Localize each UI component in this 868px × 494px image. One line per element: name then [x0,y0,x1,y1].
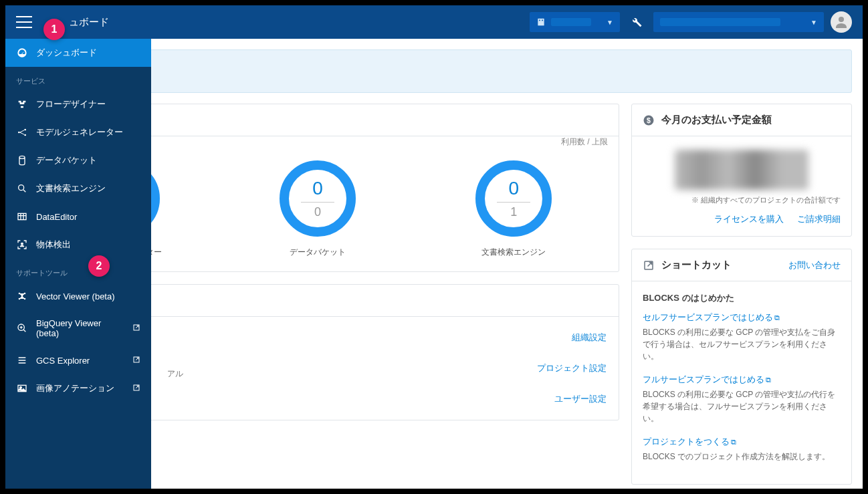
svg-point-16 [21,243,23,245]
shortcuts-card: ショートカット お問い合わせ BLOCKS のはじめかた セルフサービスプランで… [631,249,852,485]
svg-point-12 [24,129,26,131]
billing-detail-link[interactable]: ご請求明細 [797,213,841,225]
sidebar-label: モデルジェネレーター [36,126,123,138]
svg-rect-1 [539,20,540,21]
sidebar-item-vector-viewer[interactable]: Vector Viewer (beta) [5,282,151,310]
shortcuts-heading: BLOCKS のはじめかた [643,292,841,304]
org-selector[interactable]: ▼ [530,12,620,32]
external-icon: ⧉ [731,438,736,446]
sidebar-item-data-bucket[interactable]: データバケット [5,146,151,174]
sidebar-label: ダッシュボード [36,47,97,59]
external-link-icon [132,384,140,394]
topbar: ュボード ▼ ▼ [5,5,863,39]
shortcut-link-full[interactable]: フルサービスプランではじめる⧉ [643,374,771,384]
building-icon [536,17,546,27]
chevron-down-icon: ▼ [607,19,613,26]
sidebar-label: フローデザイナー [36,98,106,110]
bucket-icon [16,154,28,166]
avatar[interactable] [831,11,852,33]
sidebar-item-flow-designer[interactable]: フローデザイナー [5,90,151,118]
callout-2: 2 [88,255,110,277]
sidebar-label: BigQuery Viewer (beta) [36,318,124,338]
svg-point-11 [18,132,20,134]
svg-text:$: $ [647,116,651,124]
usage-item: 00 データバケット [278,158,358,258]
svg-point-13 [24,134,26,136]
list-icon [16,354,28,366]
dollar-icon: $ [643,114,655,126]
sidebar-section-support: サポートツール [5,259,151,282]
chevron-down-icon: ▼ [810,19,817,26]
usage-item: 01 文書検索エンジン [473,158,554,258]
sidebar-label: 画像アノテーション [36,382,114,394]
external-link-icon [132,356,140,366]
shortcut-item: セルフサービスプランではじめる⧉ BLOCKS の利用に必要な GCP の管理や… [643,311,841,362]
sidebar-item-data-editor[interactable]: DataEditor [5,203,151,231]
sidebar-item-dashboard[interactable]: ダッシュボード [5,39,151,67]
detect-icon [16,239,28,251]
project-selector[interactable]: ▼ [653,12,824,32]
external-icon: ⧉ [774,314,780,322]
vector-icon [16,290,28,302]
sidebar-label: 文書検索エンジン [36,182,106,195]
sidebar-item-gcs-explorer[interactable]: GCS Explorer [5,346,151,374]
sidebar-item-object-detection[interactable]: 物体検出 [5,231,151,259]
payment-note: ※ 組織内すべてのプロジェクトの合計額です [643,195,841,205]
svg-rect-2 [542,20,543,21]
external-icon: ⧉ [766,376,771,384]
menu-icon[interactable] [16,16,32,28]
payment-card: $ 今月のお支払い予定金額 ※ 組織内すべてのプロジェクトの合計額です ライセン… [631,104,852,237]
contact-link[interactable]: お問い合わせ [788,259,841,271]
sidebar-item-image-annotation[interactable]: 画像アノテーション [5,374,151,402]
external-link-icon [132,324,140,334]
image-icon [16,382,28,394]
tools-button[interactable] [627,12,647,32]
search-doc-icon [16,182,28,195]
shortcut-item: フルサービスプランではじめる⧉ BLOCKS の利用に必要な GCP の管理や支… [643,373,841,424]
shortcut-link-project[interactable]: プロジェクトをつくる⧉ [643,437,736,447]
dashboard-icon [16,47,28,59]
svg-point-14 [19,185,24,191]
sidebar-item-document-search[interactable]: 文書検索エンジン [5,174,151,203]
shortcut-link-self[interactable]: セルフサービスプランではじめる⧉ [643,312,780,322]
sidebar-label: データバケット [36,154,97,166]
callout-1: 1 [43,19,65,40]
project-name-redacted [660,18,780,26]
wrench-icon [631,16,643,28]
sidebar-label: GCS Explorer [36,356,90,366]
bigquery-icon [16,322,28,334]
external-link-icon [643,259,655,271]
payment-amount-redacted [675,150,808,190]
sidebar: ダッシュボード サービス フローデザイナー モデルジェネレーター データバケット… [5,39,151,489]
buy-license-link[interactable]: ライセンスを購入 [714,213,784,225]
user-icon [833,14,849,30]
model-icon [16,126,28,138]
payment-title: 今月のお支払い予定金額 [661,114,772,126]
sidebar-section-services: サービス [5,67,151,90]
sidebar-label: Vector Viewer (beta) [36,291,115,301]
page-title: ュボード [69,16,109,29]
shortcuts-title: ショートカット [661,259,732,271]
svg-point-3 [839,17,844,22]
sidebar-item-model-generator[interactable]: モデルジェネレーター [5,118,151,146]
shortcut-item: プロジェクトをつくる⧉ BLOCKS でのプロジェクト作成方法を解説します。 [643,435,841,463]
sidebar-item-bigquery-viewer[interactable]: BigQuery Viewer (beta) [5,310,151,346]
table-icon [16,211,28,223]
flow-icon [16,98,28,110]
sidebar-label: DataEditor [36,212,77,222]
svg-rect-0 [538,19,544,26]
svg-rect-15 [18,213,26,219]
org-name-redacted [551,18,591,26]
sidebar-label: 物体検出 [36,239,71,251]
